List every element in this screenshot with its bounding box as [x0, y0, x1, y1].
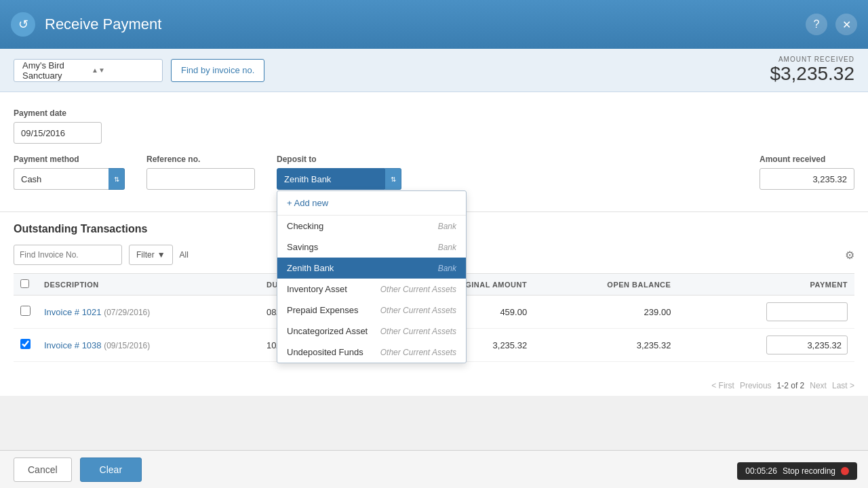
- row2-description: Invoice # 1038 (09/15/2016): [37, 329, 260, 362]
- amount-received-section: AMOUNT RECEIVED $3,235.32: [770, 56, 854, 85]
- pagination-row: < First Previous 1-2 of 2 Next Last >: [0, 373, 868, 396]
- dropdown-add-new[interactable]: + Add new: [277, 191, 466, 216]
- amount-received-form-input[interactable]: [760, 168, 854, 190]
- cancel-button[interactable]: Cancel: [14, 458, 72, 482]
- payment-method-group: Payment method ⇅: [14, 155, 125, 190]
- deposit-to-arrow[interactable]: ⇅: [385, 168, 401, 190]
- row1-checkbox[interactable]: [20, 306, 31, 316]
- help-button[interactable]: ?: [806, 14, 827, 35]
- all-label: All: [180, 250, 189, 260]
- search-invoice-input[interactable]: [14, 245, 122, 265]
- dropdown-item-savings[interactable]: Savings Bank: [277, 237, 466, 258]
- dropdown-item-prepaid[interactable]: Prepaid Expenses Other Current Assets: [277, 300, 466, 321]
- customer-name: Amy's Bird Sanctuary: [22, 60, 87, 81]
- reference-no-label: Reference no.: [146, 155, 255, 164]
- payment-date-group: Payment date: [14, 108, 102, 144]
- filter-button[interactable]: Filter ▼: [129, 245, 173, 265]
- main-form: Payment date Payment method ⇅ Reference …: [0, 92, 868, 212]
- payment-method-input[interactable]: [14, 168, 108, 190]
- amount-received-value: $3,235.32: [770, 63, 854, 85]
- amount-received-form-label: Amount received: [760, 155, 854, 164]
- title-bar-actions: ? ✕: [806, 14, 857, 35]
- row2-checkbox-cell: [14, 329, 37, 362]
- row1-open-balance: 239.00: [534, 296, 677, 329]
- reference-no-input[interactable]: [146, 168, 255, 190]
- row2-payment-input[interactable]: [766, 336, 848, 354]
- deposit-to-label: Deposit to: [277, 155, 401, 164]
- form-row-1: Payment date: [14, 108, 854, 144]
- dropdown-item-inventory[interactable]: Inventory Asset Other Current Assets: [277, 279, 466, 300]
- payment-date-input[interactable]: [14, 122, 102, 144]
- deposit-to-group: Deposit to ⇅ + Add new Checking Bank Sav…: [277, 155, 401, 190]
- recording-dot-icon: [841, 467, 849, 475]
- deposit-dropdown: + Add new Checking Bank Savings Bank Zen…: [277, 190, 467, 363]
- recording-time: 00:05:26: [745, 466, 777, 476]
- page-title: Receive Payment: [45, 16, 806, 33]
- clear-button[interactable]: Clear: [80, 458, 142, 482]
- header-description: DESCRIPTION: [37, 274, 260, 296]
- header-checkbox-cell: [14, 274, 37, 296]
- amount-received-form-group: Amount received: [760, 155, 854, 190]
- payment-method-wrap: ⇅: [14, 168, 125, 190]
- payment-method-arrow[interactable]: ⇅: [108, 168, 125, 190]
- amount-received-label: AMOUNT RECEIVED: [770, 56, 854, 63]
- dropdown-item-checking[interactable]: Checking Bank: [277, 216, 466, 237]
- top-bar: Amy's Bird Sanctuary ▲▼ Find by invoice …: [0, 49, 868, 92]
- row1-description: Invoice # 1021 (07/29/2016): [37, 296, 260, 329]
- app-icon: ↺: [11, 12, 35, 37]
- dropdown-item-zenith[interactable]: Zenith Bank Bank: [277, 258, 466, 279]
- filter-label: Filter: [136, 250, 155, 260]
- row1-checkbox-cell: [14, 296, 37, 329]
- form-row-2: Payment method ⇅ Reference no. Deposit t…: [14, 155, 854, 190]
- recording-badge: 00:05:26 Stop recording: [737, 462, 857, 480]
- next-page-link[interactable]: Next: [810, 381, 827, 390]
- customer-arrow-icon: ▲▼: [92, 66, 157, 74]
- row2-open-balance: 3,235.32: [534, 329, 677, 362]
- row1-payment-input[interactable]: [766, 302, 848, 321]
- previous-page-link[interactable]: Previous: [740, 381, 772, 390]
- row1-invoice-date: (07/29/2016): [104, 308, 150, 317]
- row2-invoice-link[interactable]: Invoice # 1038: [44, 340, 102, 350]
- row2-payment-cell: [677, 329, 854, 362]
- header-payment: PAYMENT: [677, 274, 854, 296]
- customer-selector[interactable]: Amy's Bird Sanctuary ▲▼: [14, 59, 163, 82]
- select-all-checkbox[interactable]: [20, 279, 29, 288]
- row2-checkbox[interactable]: [20, 339, 31, 349]
- title-bar: ↺ Receive Payment ? ✕: [0, 0, 868, 49]
- last-page-link[interactable]: Last >: [832, 381, 854, 390]
- payment-method-label: Payment method: [14, 155, 125, 164]
- row1-invoice-link[interactable]: Invoice # 1021: [44, 307, 102, 317]
- filter-arrow-icon: ▼: [157, 250, 165, 260]
- deposit-to-wrap: ⇅ + Add new Checking Bank Savings Bank Z…: [277, 168, 401, 190]
- close-button[interactable]: ✕: [835, 14, 857, 35]
- deposit-to-input[interactable]: [277, 168, 385, 190]
- first-page-link[interactable]: < First: [711, 381, 734, 390]
- reference-no-group: Reference no.: [146, 155, 255, 190]
- dropdown-item-undeposited[interactable]: Undeposited Funds Other Current Assets: [277, 342, 466, 363]
- stop-recording-label: Stop recording: [783, 466, 835, 476]
- find-invoice-button[interactable]: Find by invoice no.: [171, 59, 264, 82]
- settings-icon[interactable]: ⚙: [845, 249, 854, 262]
- row1-payment-cell: [677, 296, 854, 329]
- row2-invoice-date: (09/15/2016): [104, 341, 150, 350]
- dropdown-item-uncategorized[interactable]: Uncategorized Asset Other Current Assets: [277, 321, 466, 342]
- app-icon-symbol: ↺: [18, 17, 28, 32]
- page-range: 1-2 of 2: [777, 381, 805, 390]
- payment-date-label: Payment date: [14, 108, 102, 118]
- header-open-balance: OPEN BALANCE: [534, 274, 677, 296]
